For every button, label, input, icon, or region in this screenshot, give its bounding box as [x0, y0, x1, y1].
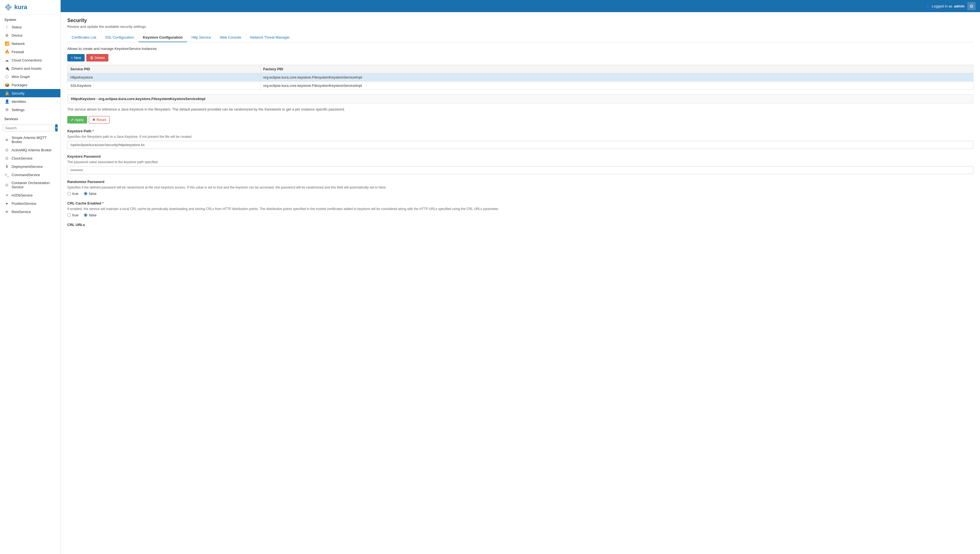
sidebar-item-rest[interactable]: ≋ RestService [0, 207, 61, 216]
sidebar-item-wiregraph[interactable]: ⬡ Wire Graph [0, 73, 61, 81]
table-actions: + New 🗑 Delete [67, 54, 974, 62]
sidebar-item-deploymentservice[interactable]: ⬇ DeploymentService [0, 162, 61, 170]
drivers-icon: 🔌 [5, 66, 10, 70]
sidebar-item-settings[interactable]: ⚙ Settings [0, 105, 61, 114]
section-description: Allows to create and manage KeystoreServ… [67, 46, 974, 51]
device-icon: 🖥 [5, 33, 10, 38]
kura-logo-icon [5, 3, 12, 11]
table-row[interactable]: HttpsKeystoreorg.eclipse.kura.core.keyst… [68, 73, 974, 81]
sidebar-item-firewall[interactable]: 🔥 Firewall [0, 48, 61, 56]
tabs-bar: Certificates List SSL Configuration Keys… [67, 33, 974, 42]
crl-false-radio[interactable] [84, 213, 88, 217]
keystore-path-input[interactable] [67, 141, 974, 149]
crl-true-radio[interactable] [67, 213, 71, 217]
sidebar-item-container-label: Container Orchestration Service [11, 181, 56, 189]
sidebar-item-device-label: Device [11, 33, 22, 38]
crl-cache-description: If enabled, the service will maintain a … [67, 207, 974, 212]
sidebar-item-network-label: Network [11, 41, 25, 46]
services-section-title: Services [0, 114, 61, 122]
randomize-password-description: Specifies if the defined password will b… [67, 185, 974, 190]
sidebar-item-activemq[interactable]: ⊙ ActiveMQ Artemis Broker [0, 146, 61, 154]
crl-cache-label: CRL Cache Enabled * [67, 201, 974, 205]
sidebar-item-clockservice-label: ClockService [11, 156, 32, 161]
tab-http[interactable]: Http Service [187, 33, 215, 42]
randomize-false-radio[interactable] [84, 192, 88, 196]
tab-certificates[interactable]: Certificates List [67, 33, 100, 42]
apply-button[interactable]: ✔ Apply [67, 116, 87, 124]
add-service-button[interactable]: + [55, 124, 57, 132]
cloud-icon: ☁ [5, 58, 10, 62]
main-content: 👤 Logged in as admin ⚙ Security Review a… [61, 0, 980, 554]
sidebar-logo: kura [0, 0, 61, 14]
wiregraph-icon: ⬡ [5, 75, 10, 79]
security-icon: 🔒 [5, 91, 10, 96]
randomize-false-option[interactable]: false [84, 191, 96, 196]
keystore-table: Service PID Factory PID HttpsKeystoreorg… [67, 65, 974, 90]
topbar-user: 👤 Logged in as admin [926, 4, 964, 8]
randomize-password-group: Randomize Password Specifies if the defi… [67, 180, 974, 196]
crl-urls-group: CRL URLs [67, 223, 974, 227]
page-subtitle: Review and update the available security… [67, 24, 974, 29]
sidebar-item-commandservice[interactable]: >_ CommandService [0, 170, 61, 179]
gear-button[interactable]: ⚙ [967, 2, 975, 10]
sidebar-item-deploymentservice-label: DeploymentService [11, 164, 43, 169]
crl-true-option[interactable]: true [67, 213, 78, 217]
sidebar-item-clockservice[interactable]: ⊙ ClockService [0, 154, 61, 162]
network-icon: 📶 [5, 41, 10, 46]
sidebar-item-position[interactable]: ➤ PositionService [0, 199, 61, 207]
keystore-password-input[interactable] [67, 166, 974, 174]
sidebar-item-identities-label: Identities [11, 100, 26, 103]
sidebar-item-packages-label: Packages [11, 83, 27, 87]
tab-networkthreat[interactable]: Network Threat Manager [246, 33, 294, 42]
sidebar-item-status-label: Status [11, 25, 22, 29]
randomize-true-radio[interactable] [67, 192, 71, 196]
crl-urls-label: CRL URLs [67, 223, 974, 227]
crl-false-option[interactable]: false [84, 213, 96, 217]
col-service-pid: Service PID [68, 65, 261, 73]
container-icon: ⊙ [5, 183, 10, 187]
content-area: Security Review and update the available… [61, 12, 980, 554]
delete-button[interactable]: 🗑 Delete [86, 54, 108, 62]
factory-pid-cell: org.eclipse.kura.core.keystore.Filesyste… [260, 73, 973, 81]
sidebar: kura System ! Status 🖥 Device 📶 Network … [0, 0, 61, 554]
firewall-icon: 🔥 [5, 49, 10, 54]
crl-cache-enabled-group: CRL Cache Enabled * If enabled, the serv… [67, 201, 974, 217]
services-search-row: + [0, 122, 61, 134]
sidebar-item-cloud[interactable]: ☁ Cloud Connections [0, 56, 61, 64]
rest-icon: ≋ [5, 210, 10, 214]
randomize-true-option[interactable]: true [67, 191, 78, 196]
tab-ssl[interactable]: SSL Configuration [100, 33, 139, 42]
sidebar-item-container[interactable]: ⊙ Container Orchestration Service [0, 179, 61, 191]
system-section-title: System [0, 14, 61, 23]
tab-webconsole[interactable]: Web Console [215, 33, 246, 42]
sidebar-item-h2db[interactable]: ≡ H2DbService [0, 191, 61, 199]
sidebar-item-commandservice-label: CommandService [11, 173, 40, 177]
sidebar-item-artemis-mqtt[interactable]: ≋ Simple Artemis MQTT Broker [0, 134, 61, 146]
h2db-icon: ≡ [5, 193, 10, 197]
page-title: Security [67, 18, 974, 24]
sidebar-item-drivers[interactable]: 🔌 Drivers and Assets [0, 64, 61, 73]
sidebar-item-network[interactable]: 📶 Network [0, 40, 61, 48]
sidebar-item-identities[interactable]: 👤 Identities [0, 97, 61, 105]
crl-cache-radio-group: true false [67, 213, 974, 217]
keystore-path-group: Keystore Path * Specifies the filesystem… [67, 129, 974, 149]
deployment-icon: ⬇ [5, 164, 10, 169]
search-input[interactable] [3, 124, 54, 132]
logged-in-label: Logged in as [932, 4, 952, 8]
table-row[interactable]: SSLKeystoreorg.eclipse.kura.core.keystor… [68, 81, 974, 90]
tab-keystore[interactable]: Keystore Configuration [139, 33, 187, 42]
sidebar-item-drivers-label: Drivers and Assets [11, 67, 41, 70]
sidebar-item-status[interactable]: ! Status [0, 23, 61, 31]
sidebar-item-activemq-label: ActiveMQ Artemis Broker [11, 148, 51, 152]
sidebar-item-settings-label: Settings [11, 108, 24, 112]
form-actions: ✔ Apply ✖ Reset [67, 116, 974, 124]
status-icon: ! [5, 25, 10, 29]
sidebar-item-security[interactable]: 🔒 Security [0, 89, 61, 97]
service-pid-cell: SSLKeystore [68, 81, 261, 90]
new-button[interactable]: + New [67, 54, 84, 62]
sidebar-item-packages[interactable]: 📦 Packages [0, 81, 61, 89]
sidebar-item-device[interactable]: 🖥 Device [0, 31, 61, 40]
settings-icon: ⚙ [5, 108, 10, 112]
reset-button[interactable]: ✖ Reset [89, 116, 110, 124]
service-pid-cell: HttpsKeystore [68, 73, 261, 81]
